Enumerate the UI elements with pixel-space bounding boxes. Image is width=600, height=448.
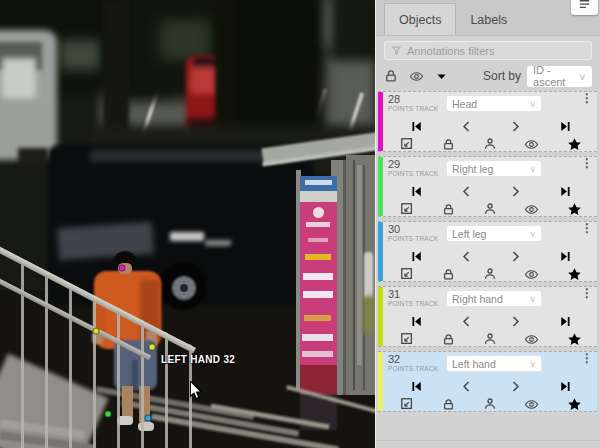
next-keyframe-button[interactable]: [509, 380, 522, 393]
keyframe-star-icon[interactable]: [567, 137, 582, 152]
occluded-toggle-icon[interactable]: [400, 332, 414, 346]
previous-keyframe-button[interactable]: [460, 315, 473, 328]
object-type: POINTS TRACK: [388, 170, 446, 177]
next-keyframe-button[interactable]: [509, 250, 522, 263]
previous-keyframe-button[interactable]: [460, 250, 473, 263]
last-keyframe-button[interactable]: [559, 315, 572, 328]
lock-all-icon[interactable]: [384, 69, 398, 83]
hidden-eye-icon[interactable]: [524, 137, 539, 152]
object-card-28[interactable]: 28 POINTS TRACK Head ∨ ⋮: [378, 91, 597, 152]
sign-text-line: [303, 273, 333, 280]
more-menu-icon[interactable]: ⋮: [580, 289, 594, 298]
next-keyframe-button[interactable]: [509, 315, 522, 328]
object-type: POINTS TRACK: [388, 105, 446, 112]
lock-toggle-icon[interactable]: [442, 203, 455, 216]
outside-person-icon[interactable]: [483, 332, 497, 346]
first-keyframe-button[interactable]: [410, 120, 423, 133]
last-keyframe-button[interactable]: [559, 185, 572, 198]
keyframe-star-icon[interactable]: [567, 267, 582, 282]
lock-toggle-icon[interactable]: [442, 268, 455, 281]
occluded-toggle-icon[interactable]: [400, 137, 414, 151]
object-card-30[interactable]: 30 POINTS TRACK Left leg ∨ ⋮: [378, 221, 597, 282]
object-label-select[interactable]: Head ∨: [446, 95, 542, 112]
sign-white-band: [300, 191, 337, 202]
outside-person-icon[interactable]: [483, 202, 497, 216]
tree-foliage: [60, 40, 100, 70]
vegetation: [363, 296, 375, 334]
black-suv-highlight: [205, 240, 231, 246]
tree-foliage: [160, 20, 210, 60]
chevron-down-icon: ∨: [529, 99, 536, 109]
object-label-select[interactable]: Left leg ∨: [446, 225, 542, 242]
more-menu-icon[interactable]: ⋮: [580, 354, 594, 363]
filter-funnel-icon: [391, 45, 402, 56]
wall-seam: [353, 160, 355, 390]
wall-strip: [357, 165, 362, 365]
black-suv-highlight: [170, 232, 204, 241]
outside-person-icon[interactable]: [483, 137, 497, 151]
sign-blue-header: [300, 176, 337, 191]
lock-toggle-icon[interactable]: [442, 138, 455, 151]
hide-all-eye-icon[interactable]: [409, 69, 424, 84]
more-menu-icon[interactable]: ⋮: [580, 224, 594, 233]
right-leg-point[interactable]: [105, 411, 112, 418]
object-id: 28: [388, 94, 446, 105]
hidden-eye-icon[interactable]: [524, 332, 539, 347]
head-point[interactable]: [119, 265, 126, 272]
occluded-toggle-icon[interactable]: [400, 267, 414, 281]
sign-text-line: [308, 238, 328, 242]
hidden-eye-icon[interactable]: [524, 397, 539, 412]
annotations-filter-input[interactable]: Annotations filters: [384, 41, 592, 60]
next-keyframe-button[interactable]: [509, 185, 522, 198]
object-label-value: Right leg: [452, 163, 493, 175]
sidebar-collapse-button[interactable]: [571, 0, 598, 15]
chevron-down-icon: ∨: [529, 229, 536, 239]
last-keyframe-button[interactable]: [559, 120, 572, 133]
object-card-32[interactable]: 32 POINTS TRACK Left hand ∨ ⋮: [378, 351, 597, 412]
tab-objects[interactable]: Objects: [384, 3, 456, 35]
keyframe-star-icon[interactable]: [567, 202, 582, 217]
object-label-select[interactable]: Right leg ∨: [446, 160, 542, 177]
occluded-toggle-icon[interactable]: [400, 397, 414, 411]
occluded-toggle-icon[interactable]: [400, 202, 414, 216]
tab-labels[interactable]: Labels: [456, 4, 521, 35]
object-card-29[interactable]: 29 POINTS TRACK Right leg ∨ ⋮: [378, 156, 597, 217]
last-keyframe-button[interactable]: [559, 380, 572, 393]
left-hand-point[interactable]: [149, 344, 156, 351]
object-card-31[interactable]: 31 POINTS TRACK Right hand ∨ ⋮: [378, 286, 597, 347]
keyframe-star-icon[interactable]: [567, 332, 582, 347]
first-keyframe-button[interactable]: [410, 250, 423, 263]
object-type: POINTS TRACK: [388, 300, 446, 307]
sign-yellow-text: [304, 315, 331, 321]
sort-order-select[interactable]: ID - ascent ∨: [527, 66, 592, 87]
previous-keyframe-button[interactable]: [460, 185, 473, 198]
more-menu-icon[interactable]: ⋮: [580, 94, 594, 103]
hidden-eye-icon[interactable]: [524, 202, 539, 217]
previous-keyframe-button[interactable]: [460, 120, 473, 133]
first-keyframe-button[interactable]: [410, 185, 423, 198]
expand-caret-icon[interactable]: [435, 70, 448, 83]
outside-person-icon[interactable]: [483, 267, 497, 281]
chevron-down-icon: ∨: [529, 294, 536, 304]
chevron-down-icon: ∨: [529, 359, 536, 369]
hidden-eye-icon[interactable]: [524, 267, 539, 282]
more-menu-icon[interactable]: ⋮: [580, 159, 594, 168]
video-frame-canvas[interactable]: LEFT HAND 32: [0, 0, 375, 448]
lock-toggle-icon[interactable]: [442, 398, 455, 411]
mouse-cursor: [190, 381, 204, 401]
left-leg-point[interactable]: [145, 415, 152, 422]
previous-keyframe-button[interactable]: [460, 380, 473, 393]
object-label-select[interactable]: Right hand ∨: [446, 290, 542, 307]
sign-text-line: [302, 334, 333, 341]
right-hand-point[interactable]: [93, 328, 100, 335]
next-keyframe-button[interactable]: [509, 120, 522, 133]
last-keyframe-button[interactable]: [559, 250, 572, 263]
cvat-annotation-app: LEFT HAND 32 Objects Labels Annotations …: [0, 0, 600, 448]
outside-person-icon[interactable]: [483, 397, 497, 411]
keyframe-star-icon[interactable]: [567, 397, 582, 412]
lock-toggle-icon[interactable]: [442, 333, 455, 346]
first-keyframe-button[interactable]: [410, 380, 423, 393]
first-keyframe-button[interactable]: [410, 315, 423, 328]
objects-list: 28 POINTS TRACK Head ∨ ⋮: [376, 89, 600, 412]
object-label-select[interactable]: Left hand ∨: [446, 355, 542, 372]
